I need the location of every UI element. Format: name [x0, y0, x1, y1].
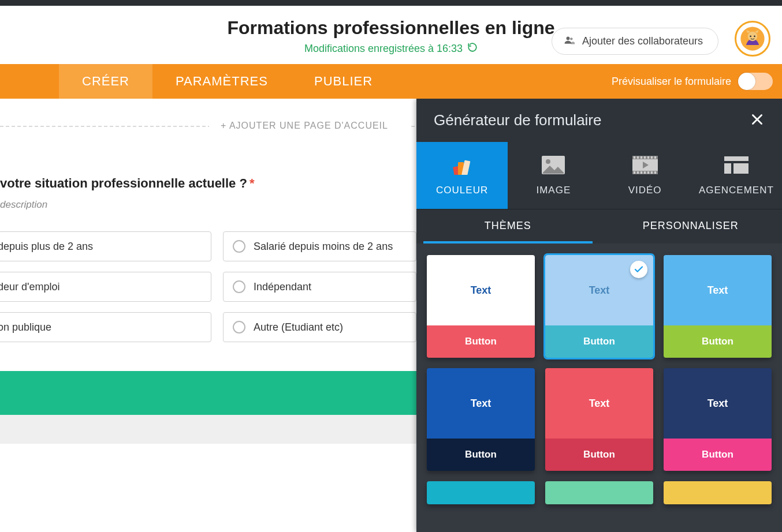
svg-point-5: [754, 36, 755, 38]
tool-tab-layout[interactable]: AGENCEMENT: [691, 142, 782, 209]
radio-icon: [233, 280, 245, 293]
theme-card[interactable]: [427, 481, 535, 504]
preview-toggle[interactable]: [738, 73, 773, 90]
tool-tab-color[interactable]: COULEUR: [416, 142, 508, 209]
theme-card[interactable]: TextButton: [545, 255, 653, 358]
theme-text-area: Text: [427, 255, 535, 325]
svg-point-4: [750, 36, 751, 38]
tab-publish[interactable]: PUBLIER: [291, 64, 396, 99]
theme-text-area: Text: [427, 368, 535, 439]
svg-rect-25: [647, 171, 649, 174]
option-label: Salarié depuis moins de 2 ans: [254, 241, 393, 253]
svg-rect-23: [641, 171, 642, 174]
question-title-text: votre situation professionnelle actuelle…: [0, 176, 247, 190]
theme-button-area: Button: [545, 439, 653, 471]
option-label: Indépendant: [254, 281, 311, 293]
theme-card[interactable]: TextButton: [545, 368, 653, 471]
save-status-text: Modifications enregistrées à 16:33: [304, 43, 463, 55]
svg-rect-22: [637, 171, 639, 174]
svg-rect-27: [654, 171, 656, 174]
svg-rect-19: [651, 156, 653, 159]
collaborators-icon: [564, 34, 575, 48]
required-asterisk: *: [250, 176, 255, 190]
option-label: on publique: [0, 321, 51, 334]
app-header: Formations professionnelles en ligne Mod…: [0, 6, 782, 64]
check-icon: [630, 261, 647, 278]
svg-rect-21: [634, 171, 635, 174]
theme-card[interactable]: TextButton: [427, 368, 535, 471]
subtab-customize[interactable]: PERSONNALISER: [599, 209, 783, 243]
video-icon: [599, 152, 691, 178]
preview-label: Prévisualiser le formulaire: [612, 76, 731, 88]
theme-card[interactable]: [664, 481, 772, 504]
svg-rect-20: [654, 156, 656, 159]
add-welcome-page-label: + AJOUTER UNE PAGE D'ACCUEIL: [209, 121, 400, 131]
tool-tab-image[interactable]: IMAGE: [508, 142, 599, 209]
user-avatar[interactable]: [735, 21, 770, 57]
image-icon: [508, 152, 599, 178]
form-builder-panel: Générateur de formulaire COULEUR IMAGE: [416, 99, 782, 532]
tool-tab-label: IMAGE: [508, 185, 599, 196]
theme-text-area: Text: [545, 368, 653, 439]
theme-card[interactable]: [545, 481, 653, 504]
theme-card[interactable]: TextButton: [664, 368, 772, 471]
svg-rect-15: [637, 156, 639, 159]
option-row[interactable]: depuis plus de 2 ans: [0, 231, 211, 261]
theme-text-area: Text: [664, 368, 772, 439]
panel-subtabs: THÈMES PERSONNALISER: [416, 209, 782, 243]
palette-icon: [416, 152, 508, 178]
panel-header: Générateur de formulaire: [416, 99, 782, 142]
tab-create[interactable]: CRÉER: [59, 64, 152, 99]
themes-area[interactable]: TextButtonTextButtonTextButtonTextButton…: [416, 243, 782, 532]
panel-title: Générateur de formulaire: [434, 111, 601, 129]
layout-icon: [691, 152, 782, 178]
svg-rect-18: [647, 156, 649, 159]
theme-text-area: Text: [664, 255, 772, 325]
tool-tab-label: COULEUR: [416, 185, 508, 196]
theme-button-area: Button: [427, 325, 535, 358]
theme-button-area: Button: [664, 439, 772, 471]
svg-rect-28: [724, 156, 749, 161]
tool-tab-label: VIDÉO: [599, 185, 691, 196]
main-navbar: CRÉER PARAMÈTRES PUBLIER Prévisualiser l…: [0, 64, 782, 99]
tool-tab-label: AGENCEMENT: [691, 185, 782, 196]
svg-rect-26: [651, 171, 653, 174]
option-row[interactable]: Autre (Etudiant etc): [223, 312, 416, 342]
theme-button-area: Button: [427, 439, 535, 471]
svg-point-1: [570, 38, 572, 40]
option-row[interactable]: on publique: [0, 312, 211, 342]
option-row[interactable]: deur d'emploi: [0, 272, 211, 302]
add-collaborators-label: Ajouter des collaborateurs: [582, 35, 703, 47]
save-status: Modifications enregistrées à 16:33: [304, 42, 478, 55]
option-row[interactable]: Indépendant: [223, 272, 416, 302]
svg-rect-14: [634, 156, 635, 159]
close-panel-button[interactable]: [750, 112, 765, 129]
svg-point-10: [546, 159, 550, 164]
svg-rect-30: [733, 163, 749, 174]
tool-tab-video[interactable]: VIDÉO: [599, 142, 691, 209]
option-row[interactable]: Salarié depuis moins de 2 ans: [223, 231, 416, 261]
add-collaborators-button[interactable]: Ajouter des collaborateurs: [552, 28, 718, 55]
window-top-bar: [0, 0, 782, 6]
option-label: deur d'emploi: [0, 281, 60, 293]
tab-settings[interactable]: PARAMÈTRES: [152, 64, 291, 99]
option-label: Autre (Etudiant etc): [254, 321, 343, 334]
subtab-themes[interactable]: THÈMES: [416, 209, 599, 243]
svg-rect-17: [644, 156, 646, 159]
svg-rect-16: [641, 156, 642, 159]
radio-icon: [233, 240, 245, 253]
radio-icon: [233, 321, 245, 334]
themes-grid: TextButtonTextButtonTextButtonTextButton…: [427, 255, 772, 504]
nav-tabs: CRÉER PARAMÈTRES PUBLIER: [59, 64, 396, 99]
theme-card[interactable]: TextButton: [664, 255, 772, 358]
svg-point-3: [748, 32, 758, 42]
svg-rect-29: [724, 163, 731, 174]
theme-card[interactable]: TextButton: [427, 255, 535, 358]
tool-tabs: COULEUR IMAGE VIDÉO AGENCEMENT: [416, 142, 782, 209]
theme-button-area: Button: [664, 325, 772, 358]
option-label: depuis plus de 2 ans: [0, 241, 93, 253]
workspace: + AJOUTER UNE PAGE D'ACCUEIL votre situa…: [0, 99, 782, 532]
theme-button-area: Button: [545, 325, 653, 358]
svg-rect-24: [644, 171, 646, 174]
undo-icon[interactable]: [467, 42, 478, 55]
